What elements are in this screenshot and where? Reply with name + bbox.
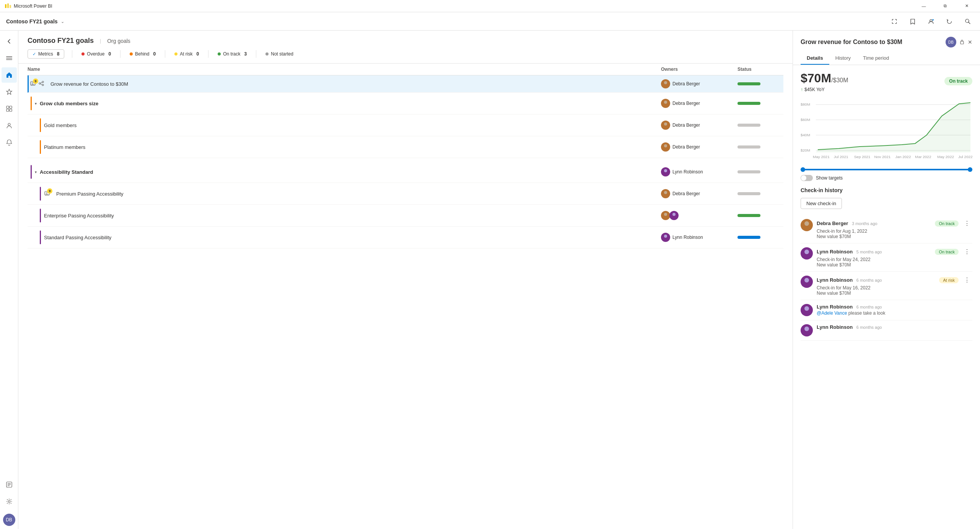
checkin-comment: @Adele Vance please take a look xyxy=(817,310,972,316)
minimize-button[interactable]: — xyxy=(915,0,933,12)
table-row[interactable]: ▾ Accessibility Standard Lynn Robinson xyxy=(28,161,783,183)
new-checkin-button[interactable]: New check-in xyxy=(801,198,842,209)
slider-right-thumb[interactable] xyxy=(968,167,972,172)
svg-point-39 xyxy=(672,213,676,216)
row-icons: 9 xyxy=(44,191,50,197)
checkin-status-badge: At risk xyxy=(939,277,959,283)
slider-left-thumb[interactable] xyxy=(801,167,805,172)
checkin-header-row: Debra Berger 3 months ago On track ⋮ xyxy=(817,219,972,228)
checkin-item: Lynn Robinson 5 months ago On track ⋮ Ch… xyxy=(801,243,972,272)
svg-point-58 xyxy=(804,221,809,226)
collapse-icon[interactable]: ▾ xyxy=(35,101,37,106)
mention-link[interactable]: @Adele Vance xyxy=(817,310,847,316)
table-row[interactable]: 9 Premium Passing Accessibility Debra Be… xyxy=(28,183,783,205)
more-options-button[interactable]: ⋮ xyxy=(962,247,972,256)
owner-name: Debra Berger xyxy=(672,122,700,128)
panel-user-avatar[interactable]: DB xyxy=(946,37,956,47)
user-avatar[interactable]: DB xyxy=(3,514,15,526)
nav-back-button[interactable] xyxy=(2,34,17,49)
svg-text:Jul 2022: Jul 2022 xyxy=(958,155,972,159)
svg-text:Mar 2022: Mar 2022 xyxy=(915,155,931,159)
checkin-user-time: Lynn Robinson 6 months ago xyxy=(817,304,972,310)
name-header: Name xyxy=(28,67,661,72)
filter-bar: ✓ Metrics 8 Overdue 0 Behind 0 At risk 0 xyxy=(18,45,793,64)
nav-notifications-button[interactable] xyxy=(2,135,17,150)
metrics-filter[interactable]: ✓ Metrics 8 xyxy=(28,49,64,59)
table-row[interactable]: 9 Grow revenue for Contoso to $30M Debra… xyxy=(28,75,783,93)
behind-filter[interactable]: Behind 0 xyxy=(125,50,160,58)
nav-people-button[interactable] xyxy=(2,118,17,133)
table-row[interactable]: Gold members Debra Berger xyxy=(28,114,783,136)
share-icon[interactable] xyxy=(38,80,44,88)
collapse-icon[interactable]: ▾ xyxy=(35,170,37,174)
checkin-status-group: On track ⋮ xyxy=(935,219,972,228)
row-label: Gold members xyxy=(44,122,77,128)
panel-lock-icon[interactable] xyxy=(959,39,965,46)
timeline-slider[interactable] xyxy=(801,169,972,170)
filter-divider4 xyxy=(208,50,208,58)
owner-avatar-1 xyxy=(661,211,670,220)
overdue-filter[interactable]: Overdue 0 xyxy=(77,50,116,58)
checkin-user-name: Lynn Robinson xyxy=(817,324,853,330)
overdue-dot xyxy=(81,52,85,56)
metric-display: $70M/$30M On track xyxy=(801,71,972,85)
svg-point-37 xyxy=(664,191,667,194)
comment-icon-badge[interactable]: 9 xyxy=(30,81,36,87)
svg-point-25 xyxy=(39,83,41,84)
checkin-timestamp: 5 months ago xyxy=(856,250,882,254)
row-name: Gold members xyxy=(40,118,661,132)
window-controls: — ⧉ ✕ xyxy=(915,0,975,12)
tab-details[interactable]: Details xyxy=(801,52,829,65)
row-label: Enterprise Passing Accessibility xyxy=(44,213,114,219)
toggle-switch[interactable] xyxy=(801,175,813,181)
comment-icon-badge[interactable]: 9 xyxy=(44,191,50,197)
more-options-button[interactable]: ⋮ xyxy=(962,219,972,228)
search-icon[interactable] xyxy=(962,15,974,28)
owner-name: Lynn Robinson xyxy=(672,235,703,240)
more-options-button[interactable]: ⋮ xyxy=(962,276,972,284)
tab-timeperiod[interactable]: Time period xyxy=(857,52,895,65)
table-row[interactable]: Standard Passing Accessibility Lynn Robi… xyxy=(28,227,783,248)
table-row[interactable]: Enterprise Passing Accessibility xyxy=(28,205,783,227)
nav-reports-button[interactable] xyxy=(2,477,17,492)
notstarted-filter[interactable]: Not started xyxy=(261,50,298,58)
group-border xyxy=(31,165,32,179)
header-separator: | xyxy=(100,38,101,44)
restore-button[interactable]: ⧉ xyxy=(936,0,954,12)
svg-point-38 xyxy=(664,213,667,216)
show-targets-toggle[interactable]: Show targets xyxy=(801,175,972,181)
status-indicator xyxy=(737,124,760,127)
status-header: Status xyxy=(737,67,783,72)
nav-hamburger-button[interactable] xyxy=(2,51,17,66)
refresh-icon[interactable] xyxy=(943,15,956,28)
expand-icon[interactable] xyxy=(888,15,900,28)
table-row[interactable]: ▾ Grow club members size Debra Berger xyxy=(28,93,783,114)
owner-name: Debra Berger xyxy=(672,81,700,87)
user-settings-icon[interactable]: 1 xyxy=(925,15,937,28)
row-border xyxy=(40,230,41,244)
checkin-avatar xyxy=(801,219,813,231)
svg-text:Jan 2022: Jan 2022 xyxy=(895,155,911,159)
table-row[interactable]: Platinum members Debra Berger xyxy=(28,136,783,158)
comment-text: please take a look xyxy=(848,310,886,316)
owner-name: Debra Berger xyxy=(672,191,700,196)
svg-text:$20M: $20M xyxy=(801,148,810,152)
checkin-status-badge: On track xyxy=(935,220,959,227)
bookmark-icon[interactable] xyxy=(907,15,919,28)
close-button[interactable]: ✕ xyxy=(958,0,975,12)
nav-apps-button[interactable] xyxy=(2,101,17,116)
nav-settings-button[interactable] xyxy=(2,494,17,509)
ontrack-filter[interactable]: On track 3 xyxy=(213,50,251,58)
owner-avatar xyxy=(661,121,670,130)
checkin-section: Check-in history New check-in Debra Berg… xyxy=(801,187,972,341)
atrisk-filter[interactable]: At risk 0 xyxy=(170,50,203,58)
checkin-user-name: Lynn Robinson xyxy=(817,304,853,310)
nav-favorites-button[interactable] xyxy=(2,84,17,100)
panel-close-icon[interactable]: ✕ xyxy=(968,39,972,45)
chevron-down-icon[interactable]: ⌄ xyxy=(61,19,64,24)
nav-home-button[interactable] xyxy=(2,67,17,83)
checkin-avatar xyxy=(801,324,813,336)
owner-name: Debra Berger xyxy=(672,101,700,106)
ontrack-dot xyxy=(218,52,221,56)
tab-history[interactable]: History xyxy=(829,52,857,65)
